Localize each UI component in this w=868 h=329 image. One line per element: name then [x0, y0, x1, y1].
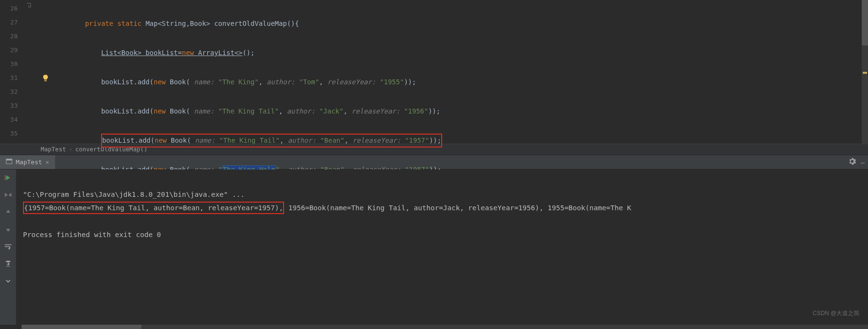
code-line[interactable]: bookList.add(new Book( name: "The King",… [53, 75, 868, 89]
line-number-gutter: 26 27 28 29 30 31 32 33 34 35 [0, 0, 26, 144]
console-output[interactable]: "C:\Program Files\Java\jdk1.8.0_201\bin\… [16, 170, 868, 325]
console-line: 1956=Book(name=The King Tail, author=Jac… [284, 204, 631, 212]
editor-scrollbar-vertical[interactable] [862, 0, 868, 144]
console-line: "C:\Program Files\Java\jdk1.8.0_201\bin\… [23, 191, 245, 198]
code-editor[interactable]: 26 27 28 29 30 31 32 33 34 35 private st… [0, 0, 868, 144]
annotation-gutter [38, 0, 53, 144]
watermark: CSDN @大道之简 [812, 306, 859, 320]
line-number: 26 [0, 1, 26, 15]
run-toolbar [0, 170, 16, 325]
run-tab[interactable]: MapTest × [0, 155, 55, 169]
soft-wrap-button[interactable] [3, 241, 13, 252]
down-button[interactable] [3, 224, 13, 235]
step-buttons-icon[interactable] [3, 190, 13, 200]
scrollbar-thumb[interactable] [22, 325, 141, 329]
code-line[interactable]: bookList.add(new Book( name: "The King T… [53, 134, 868, 147]
run-panel: "C:\Program Files\Java\jdk1.8.0_201\bin\… [0, 170, 868, 325]
run-config-icon [6, 155, 12, 169]
rerun-button[interactable] [3, 172, 13, 183]
svg-rect-3 [5, 175, 6, 180]
warning-marker-icon[interactable] [863, 72, 867, 74]
line-number: 27 [0, 15, 26, 29]
line-number: 35 [0, 126, 26, 140]
code-area[interactable]: private static Map<String,Book> convertO… [53, 0, 868, 144]
intention-bulb-icon[interactable] [38, 71, 53, 85]
scrollbar-thumb[interactable] [862, 0, 868, 45]
console-scrollbar-horizontal[interactable] [22, 325, 868, 329]
line-number: 34 [0, 113, 26, 126]
fold-handle-icon[interactable] [26, 1, 38, 15]
more-button[interactable] [3, 276, 13, 286]
highlight-box: {1957=Book(name=The King Tail, author=Be… [23, 202, 284, 214]
svg-rect-2 [6, 159, 12, 160]
up-button[interactable] [3, 207, 13, 217]
line-number: 29 [0, 43, 26, 57]
run-tab-label: MapTest [16, 155, 42, 169]
line-number: 30 [0, 57, 26, 71]
close-tab-icon[interactable]: × [46, 155, 49, 169]
highlight-box: bookList.add(new Book( name: "The King T… [101, 134, 442, 147]
fold-gutter [26, 0, 38, 144]
line-number: 33 [0, 99, 26, 113]
line-number: 28 [0, 29, 26, 43]
code-line[interactable]: bookList.add(new Book( name: "The King T… [53, 104, 868, 118]
code-line[interactable]: private static Map<String,Book> convertO… [53, 17, 868, 31]
line-number: 32 [0, 85, 26, 99]
code-line[interactable]: List<Book> bookList=new ArrayList<>(); [53, 46, 868, 60]
svg-rect-0 [45, 80, 47, 81]
line-number: 31 [0, 71, 26, 85]
scroll-to-end-button[interactable] [3, 259, 13, 269]
console-line: Process finished with exit code 0 [23, 231, 161, 238]
